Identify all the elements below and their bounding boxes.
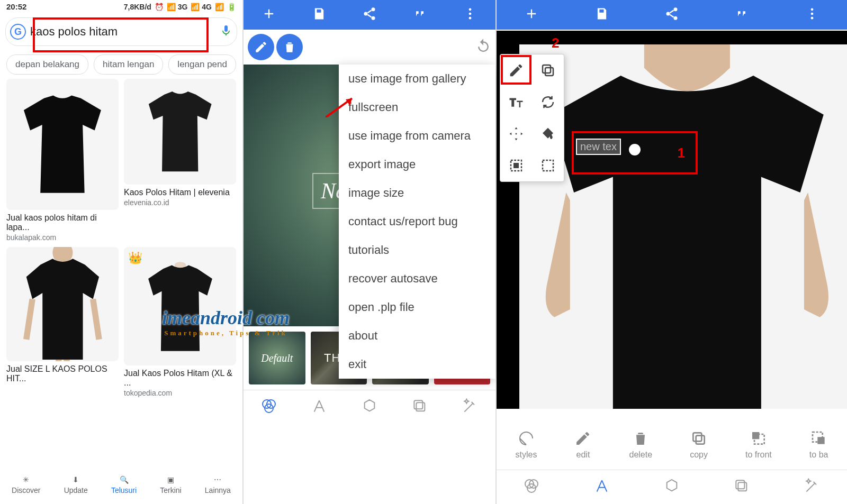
result-card[interactable]: Jual kaos polos hitam di lapa... bukalap… [6, 79, 119, 242]
screenshot-pixellab-edit: new tex 1 2 styles edit delete copy to f… [495, 0, 847, 504]
collections-icon: ▣ [167, 475, 174, 484]
tool-rotate-icon[interactable] [532, 86, 564, 118]
add-icon[interactable] [524, 6, 539, 23]
overflow-menu: use image from gallery fullscreen use im… [339, 65, 495, 379]
tab-text-icon[interactable] [311, 398, 328, 417]
nav-discover[interactable]: ✳Discover [12, 475, 40, 494]
tab-layers-icon[interactable] [411, 398, 428, 417]
svg-point-18 [666, 12, 670, 16]
app-topbar [244, 0, 495, 30]
selection-handle[interactable] [629, 144, 641, 155]
annotation-2: 2 [552, 35, 559, 51]
result-card[interactable]: 👑 Jual Kaos Polos Hitam (XL & ... tokope… [124, 247, 236, 397]
overflow-menu-icon[interactable] [805, 6, 819, 23]
menu-about[interactable]: about [339, 322, 495, 350]
overflow-menu-icon[interactable] [463, 6, 477, 23]
tab-shape-icon[interactable] [663, 478, 680, 497]
result-card[interactable]: Kaos Polos Hitam | elevenia elevenia.co.… [124, 79, 236, 242]
tab-filters-icon[interactable] [260, 398, 277, 417]
menu-tutorials[interactable]: tutorials [339, 236, 495, 264]
tool-fill-icon[interactable] [532, 118, 564, 150]
quote-icon[interactable] [412, 6, 427, 23]
action-delete[interactable]: delete [629, 430, 653, 460]
mic-icon[interactable] [220, 24, 232, 39]
menu-contact-us[interactable]: contact us/report bug [339, 207, 495, 236]
tool-copy-icon[interactable] [532, 54, 564, 86]
svg-point-17 [673, 7, 677, 11]
menu-exit[interactable]: exit [339, 350, 495, 379]
nav-update[interactable]: ⬇Update [64, 475, 88, 494]
svg-rect-16 [414, 400, 422, 409]
tool-pencil-icon[interactable] [500, 54, 532, 86]
tab-filters-icon[interactable] [523, 478, 540, 497]
share-icon[interactable] [362, 6, 377, 23]
asterisk-icon: ✳ [23, 475, 29, 484]
svg-point-4 [371, 7, 375, 11]
quote-icon[interactable] [734, 6, 749, 23]
preset-default[interactable]: Default [249, 332, 305, 384]
nav-terkini[interactable]: ▣Terkini [160, 475, 181, 494]
action-copy[interactable]: copy [690, 430, 708, 460]
result-thumb [124, 79, 236, 185]
menu-recover-autosave[interactable]: recover autosave [339, 264, 495, 293]
tool-center-icon[interactable] [500, 118, 532, 150]
result-card[interactable]: Jual SIZE L KAOS POLOS HIT... [6, 247, 119, 397]
menu-use-image-gallery[interactable]: use image from gallery [339, 65, 495, 93]
svg-point-6 [371, 16, 375, 20]
chip[interactable]: depan belakang [6, 54, 88, 75]
menu-fullscreen[interactable]: fullscreen [339, 93, 495, 122]
svg-rect-31 [696, 436, 705, 444]
action-to-back[interactable]: to ba [809, 430, 828, 460]
chip[interactable]: lengan pend [168, 54, 236, 75]
search-input[interactable] [26, 23, 220, 41]
svg-rect-1 [56, 360, 61, 361]
tool-bounds-icon[interactable] [500, 150, 532, 181]
search-box[interactable]: G [5, 17, 237, 46]
svg-rect-29 [513, 163, 519, 168]
delete-button[interactable] [276, 34, 303, 60]
selected-text-box[interactable]: new tex [576, 139, 621, 155]
tab-effects-icon[interactable] [462, 398, 479, 417]
result-title: Jual SIZE L KAOS POLOS HIT... [6, 364, 119, 383]
action-styles[interactable]: styles [516, 430, 537, 460]
save-icon[interactable] [594, 6, 609, 23]
action-edit[interactable]: edit [574, 430, 591, 460]
undo-icon[interactable] [475, 38, 491, 56]
result-thumb [6, 247, 119, 361]
sub-toolbar [244, 30, 495, 65]
share-icon[interactable] [664, 6, 679, 23]
menu-export-image[interactable]: export image [339, 150, 495, 179]
svg-point-21 [810, 13, 813, 15]
chip[interactable]: hitam lengan [94, 54, 163, 75]
tool-select-icon[interactable] [532, 150, 564, 181]
nav-telusuri[interactable]: 🔍Telusuri [111, 475, 137, 494]
menu-use-image-camera[interactable]: use image from camera [339, 122, 495, 150]
svg-rect-27 [543, 65, 551, 73]
app-topbar [497, 0, 847, 30]
menu-image-size[interactable]: image size [339, 179, 495, 207]
bottom-nav: ✳Discover ⬇Update 🔍Telusuri ▣Terkini ⋯La… [0, 470, 242, 504]
result-source: tokopedia.com [124, 389, 236, 397]
tab-effects-icon[interactable] [804, 478, 821, 497]
tab-shape-icon[interactable] [361, 398, 378, 417]
tab-text-icon[interactable] [593, 478, 610, 497]
more-icon: ⋯ [214, 475, 221, 484]
edit-button[interactable] [248, 34, 274, 60]
menu-open-plp[interactable]: open .plp file [339, 293, 495, 322]
save-icon[interactable] [312, 6, 327, 23]
result-title: Jual Kaos Polos Hitam (XL & ... [124, 369, 236, 388]
svg-point-5 [364, 12, 367, 16]
nav-lainnya[interactable]: ⋯Lainnya [205, 475, 231, 494]
svg-rect-41 [736, 480, 745, 489]
tool-textsize-icon[interactable] [500, 86, 532, 118]
svg-point-7 [469, 8, 472, 11]
canvas-image [519, 44, 847, 409]
tab-layers-icon[interactable] [733, 478, 750, 497]
add-icon[interactable] [262, 6, 276, 23]
svg-rect-34 [752, 432, 759, 439]
action-to-front[interactable]: to front [745, 430, 772, 460]
svg-rect-40 [738, 482, 747, 491]
screenshot-pixellab-menu: use image from gallery fullscreen use im… [242, 0, 495, 504]
search-icon: 🔍 [120, 475, 129, 484]
svg-point-8 [469, 13, 472, 15]
